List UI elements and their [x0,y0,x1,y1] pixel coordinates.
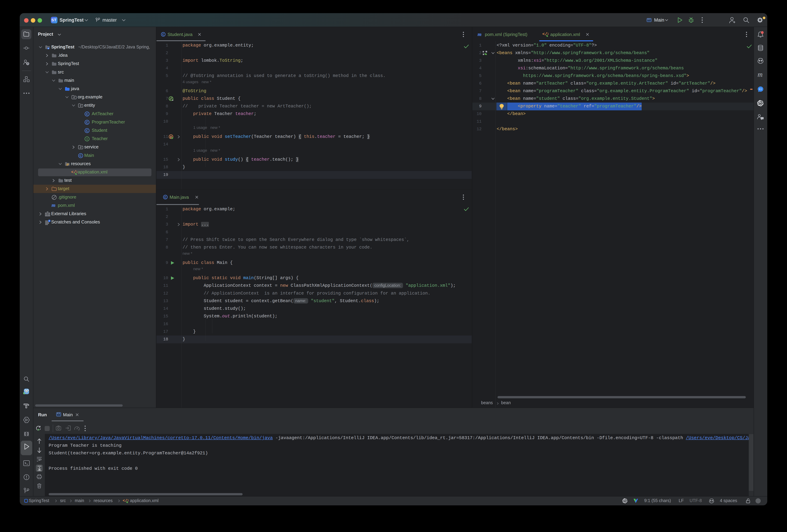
svg-text:C: C [86,129,88,132]
svg-text:p: p [170,135,172,138]
svg-text:C: C [80,154,82,158]
svg-text:C: C [86,112,88,116]
svg-text:C: C [164,196,167,199]
svg-text:C: C [162,33,164,36]
svg-text:C: C [86,121,88,124]
svg-text:I: I [86,137,87,141]
svg-text:?: ? [27,62,28,65]
